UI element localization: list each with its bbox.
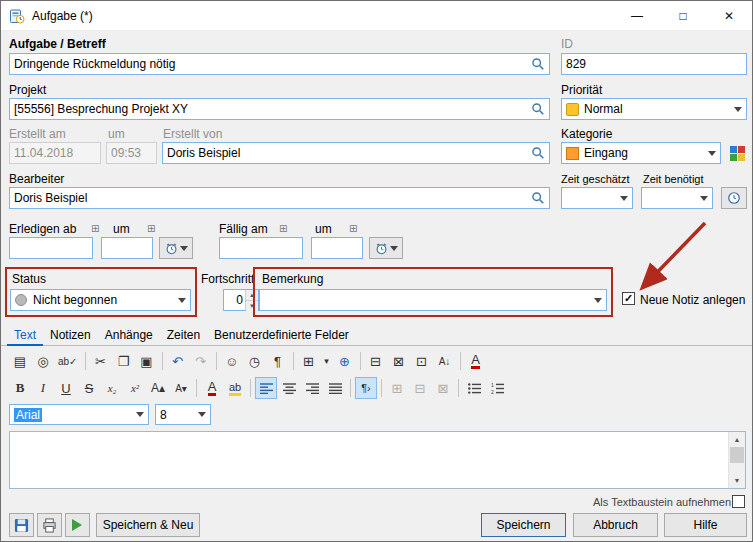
- spellcheck-icon[interactable]: ab✓: [55, 350, 81, 372]
- status-combobox[interactable]: Nicht begonnen: [10, 289, 191, 311]
- help-button[interactable]: Hilfe: [664, 513, 747, 537]
- start-date-input[interactable]: [9, 237, 93, 259]
- chevron-down-icon[interactable]: [180, 246, 188, 255]
- chevron-down-icon[interactable]: [390, 246, 398, 255]
- align-justify-icon[interactable]: [324, 377, 346, 399]
- font-family-combobox[interactable]: Arial: [9, 404, 149, 425]
- editor-scrollbar[interactable]: ▲ ▼: [728, 432, 745, 488]
- insert-row-icon[interactable]: ⊟: [365, 350, 387, 372]
- italic-icon[interactable]: I: [32, 377, 54, 399]
- address-book-icon[interactable]: ▤: [9, 350, 31, 372]
- font-color-icon[interactable]: A: [465, 350, 487, 372]
- save-button[interactable]: Speichern: [481, 513, 566, 537]
- tab-zeiten[interactable]: Zeiten: [160, 326, 207, 346]
- chevron-down-icon[interactable]: [734, 107, 742, 116]
- tab-text[interactable]: Text: [7, 326, 43, 346]
- align-left-icon[interactable]: [255, 377, 277, 399]
- merge-cells-icon[interactable]: ⊡: [411, 350, 433, 372]
- calendar-icon[interactable]: ⊞: [279, 223, 287, 234]
- start-time-field[interactable]: [106, 241, 148, 255]
- time-estimated-combobox[interactable]: [561, 187, 633, 209]
- scroll-down-icon[interactable]: ▼: [729, 473, 745, 488]
- cancel-button[interactable]: Abbruch: [573, 513, 658, 537]
- rich-text-editor[interactable]: ▲ ▼: [9, 431, 746, 489]
- decrease-font-icon[interactable]: A▾: [170, 377, 192, 399]
- undo-icon[interactable]: ↶: [167, 350, 189, 372]
- search-icon[interactable]: [531, 102, 545, 116]
- print-button[interactable]: [37, 513, 62, 537]
- created-by-input[interactable]: [162, 142, 550, 164]
- superscript-icon[interactable]: x²: [124, 377, 146, 399]
- search-icon[interactable]: [531, 146, 545, 160]
- chevron-down-icon[interactable]: [178, 298, 186, 307]
- bold-icon[interactable]: B: [9, 377, 31, 399]
- chevron-down-icon[interactable]: [198, 412, 206, 421]
- strikethrough-icon[interactable]: S: [78, 377, 100, 399]
- due-time-field[interactable]: [316, 241, 358, 255]
- due-date-input[interactable]: [219, 237, 303, 259]
- tab-notizen[interactable]: Notizen: [43, 326, 98, 346]
- find-icon[interactable]: ◎: [32, 350, 54, 372]
- created-by-field[interactable]: [167, 146, 531, 160]
- align-center-icon[interactable]: [278, 377, 300, 399]
- save-and-new-button[interactable]: Speichern & Neu: [96, 513, 200, 537]
- new-note-checkbox[interactable]: ✓: [622, 292, 635, 305]
- time-tracking-button[interactable]: [721, 187, 747, 209]
- calendar-icon[interactable]: ⊞: [349, 223, 357, 234]
- start-task-button[interactable]: [65, 513, 90, 537]
- emoticon-icon[interactable]: ☺: [221, 350, 243, 372]
- time-needed-combobox[interactable]: [641, 187, 713, 209]
- copy-icon[interactable]: ❐: [113, 350, 135, 372]
- subscript-icon[interactable]: x₂: [101, 377, 123, 399]
- text-color-icon[interactable]: A: [201, 377, 223, 399]
- scroll-up-icon[interactable]: ▲: [729, 432, 745, 447]
- assignee-input[interactable]: [9, 187, 550, 209]
- bullet-list-icon[interactable]: [463, 377, 485, 399]
- chevron-down-icon[interactable]: [620, 196, 628, 205]
- redo-icon[interactable]: ↷: [190, 350, 212, 372]
- underline-icon[interactable]: U: [55, 377, 77, 399]
- font-size-combobox[interactable]: 8: [155, 404, 211, 425]
- priority-combobox[interactable]: Normal: [561, 98, 747, 120]
- save-icon-button[interactable]: [9, 513, 34, 537]
- category-palette-button[interactable]: [727, 142, 747, 164]
- category-combobox[interactable]: Eingang: [561, 142, 721, 164]
- calendar-icon[interactable]: ⊞: [147, 223, 155, 234]
- id-input[interactable]: [561, 53, 747, 75]
- chevron-down-icon[interactable]: [708, 151, 716, 160]
- minimize-button[interactable]: —: [614, 1, 660, 31]
- start-date-field[interactable]: [14, 241, 88, 255]
- insert-link-icon[interactable]: ⊕: [334, 350, 356, 372]
- due-reminder-button[interactable]: [369, 237, 403, 259]
- chevron-down-icon[interactable]: [594, 298, 602, 307]
- tab-benutzerdefinierte-felder[interactable]: Benutzerdefinierte Felder: [207, 326, 356, 346]
- paste-icon[interactable]: ▣: [136, 350, 158, 372]
- close-button[interactable]: ✕: [706, 1, 752, 31]
- sort-icon[interactable]: A↓: [434, 350, 456, 372]
- start-time-input[interactable]: [101, 237, 153, 259]
- due-time-input[interactable]: [311, 237, 363, 259]
- insert-column-icon[interactable]: ⊠: [388, 350, 410, 372]
- text-direction-icon[interactable]: ¶›: [355, 377, 377, 399]
- numbered-list-icon[interactable]: 12: [486, 377, 508, 399]
- table-dropdown-icon[interactable]: ▾: [321, 350, 333, 372]
- scrollbar-thumb[interactable]: [730, 447, 744, 463]
- spin-up-icon[interactable]: ▲: [246, 290, 258, 300]
- calendar-icon[interactable]: ⊞: [91, 223, 99, 234]
- tab-anhaenge[interactable]: Anhänge: [98, 326, 160, 346]
- project-input-field[interactable]: [14, 102, 531, 116]
- highlight-icon[interactable]: ab: [224, 377, 246, 399]
- clock-icon[interactable]: ◷: [244, 350, 266, 372]
- subject-input-field[interactable]: [14, 57, 531, 71]
- spin-down-icon[interactable]: ▼: [246, 300, 258, 311]
- chevron-down-icon[interactable]: [136, 412, 144, 421]
- insert-table-icon[interactable]: ⊞: [298, 350, 320, 372]
- start-reminder-button[interactable]: [159, 237, 193, 259]
- remark-combobox[interactable]: [259, 289, 607, 311]
- id-input-field[interactable]: [566, 57, 742, 71]
- align-right-icon[interactable]: [301, 377, 323, 399]
- cut-icon[interactable]: ✂: [90, 350, 112, 372]
- maximize-button[interactable]: □: [660, 1, 706, 31]
- snippet-checkbox[interactable]: [732, 495, 745, 508]
- project-input[interactable]: [9, 98, 550, 120]
